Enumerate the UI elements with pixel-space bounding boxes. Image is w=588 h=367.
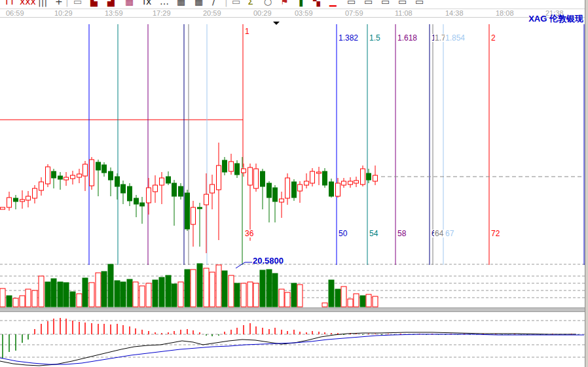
marker-triangle-icon — [273, 22, 280, 25]
macd-dea-line — [0, 334, 584, 364]
price-label-pointer — [236, 262, 252, 268]
macd-histogram-layer — [3, 318, 578, 358]
volume-layer — [0, 264, 378, 307]
fib-line-label: 54 — [369, 229, 378, 238]
fib-line-label: 50 — [339, 229, 348, 238]
fib-line-label: 67 — [445, 229, 454, 238]
fib-line-label: 1.5 — [369, 33, 380, 43]
fib-labels-layer: 1361.382501.5541.618581.61.78641.8546727… — [244, 27, 588, 238]
symbol-label: XAG 伦敦银现 — [528, 13, 583, 25]
macd-dif-line — [0, 332, 576, 366]
fib-line-label: 64 — [435, 229, 444, 238]
fib-line-label: 1.854 — [445, 33, 465, 43]
fib-line-label: 1.382 — [339, 33, 358, 43]
pane-splitter[interactable] — [0, 307, 588, 312]
window-right-border — [585, 0, 588, 367]
fib-line-label: 36 — [245, 229, 254, 238]
fib-line-label: 1.618 — [397, 33, 417, 43]
fib-line-label: 72 — [491, 229, 500, 238]
chart-window: TTxxx|||+|▭▙▟▦fx…▦▦/|▭Σ○⚑❚▚▁▭▭▭▭▭ 06:591… — [0, 0, 588, 367]
fib-line-label: 1 — [245, 27, 249, 36]
fib-time-lines-layer — [89, 24, 584, 265]
fib-line-label: 2 — [491, 33, 496, 43]
price-annotation-label: 20.5800 — [253, 256, 284, 266]
fib-line-label: 58 — [397, 229, 407, 238]
